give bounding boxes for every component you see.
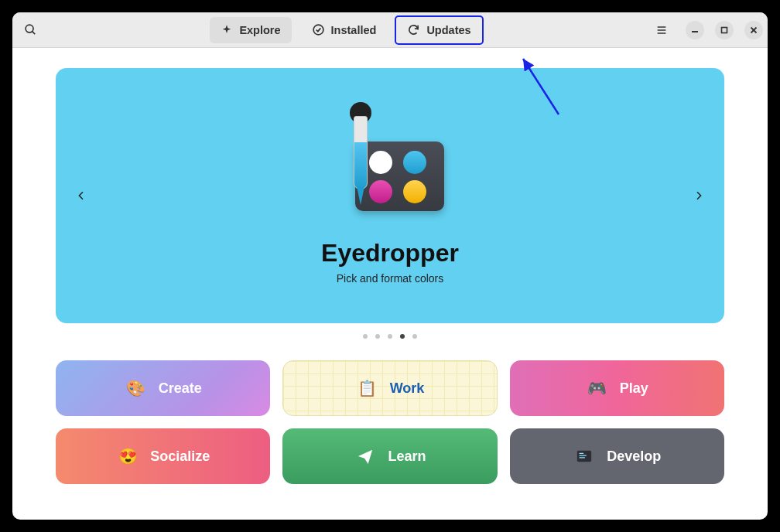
clipboard-icon: 📋 [356,377,379,400]
close-button[interactable] [744,21,763,39]
paper-plane-icon [354,445,377,468]
category-label: Socialize [150,448,210,465]
tab-explore-label: Explore [239,24,280,36]
banner-prev-button[interactable] [68,182,94,209]
featured-app-subtitle: Pick and format colors [337,272,444,285]
page-dot-active[interactable] [400,334,405,339]
svg-point-0 [26,25,33,32]
hamburger-icon [655,24,668,36]
tab-installed[interactable]: Installed [301,17,388,43]
close-icon [749,26,758,35]
featured-app-icon [332,107,448,234]
terminal-icon [573,445,596,468]
svg-rect-7 [722,27,727,32]
tab-updates[interactable]: Updates [396,17,481,43]
category-label: Work [390,380,425,397]
smiley-icon: 😍 [116,445,139,468]
category-develop[interactable]: Develop [510,428,724,484]
category-create[interactable]: 🎨 Create [56,360,270,416]
minimize-button[interactable] [686,21,704,39]
category-label: Create [159,380,202,397]
gamepad-icon: 🎮 [586,377,609,400]
minimize-icon [690,26,700,35]
category-label: Develop [607,448,661,465]
category-learn[interactable]: Learn [282,428,497,484]
maximize-icon [720,26,729,35]
search-button[interactable] [17,17,43,43]
featured-banner[interactable]: Eyedropper Pick and format colors [56,68,724,323]
check-circle-icon [312,23,325,36]
sparkle-icon [221,24,233,36]
tab-explore[interactable]: Explore [210,17,291,43]
hamburger-menu-button[interactable] [648,17,675,43]
category-work[interactable]: 📋 Work [282,360,497,416]
maximize-button[interactable] [715,21,734,39]
tab-updates-label: Updates [426,24,470,36]
tab-installed-label: Installed [331,24,377,36]
svg-rect-10 [577,451,591,462]
category-label: Play [620,380,648,397]
chevron-left-icon [75,189,87,202]
banner-next-button[interactable] [686,182,712,209]
headerbar: Explore Installed Updates [12,12,768,48]
software-window: Explore Installed Updates [12,12,768,520]
page-dot[interactable] [388,334,392,339]
search-icon [24,23,37,36]
category-play[interactable]: 🎮 Play [510,360,724,416]
page-dot[interactable] [363,334,368,339]
paint-icon: 🎨 [125,377,148,400]
featured-app-title: Eyedropper [321,239,459,268]
page-dot[interactable] [412,334,417,339]
category-socialize[interactable]: 😍 Socialize [56,428,270,484]
refresh-icon [407,23,420,36]
page-dot[interactable] [375,334,380,339]
page-content: Eyedropper Pick and format colors 🎨 Crea… [12,48,768,520]
category-grid: 🎨 Create 📋 Work 🎮 Play 😍 Socialize Learn [56,360,724,484]
pagination-dots [56,334,724,339]
chevron-right-icon [693,189,705,202]
svg-line-1 [32,32,35,35]
category-label: Learn [388,448,426,465]
